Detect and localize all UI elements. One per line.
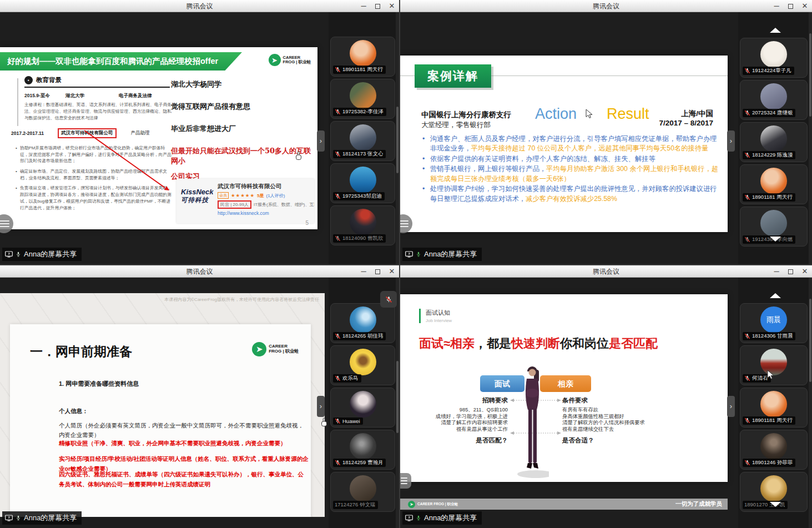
careerfrog-logo-icon: ➤ — [269, 54, 281, 66]
collapse-panel-chevron[interactable]: › — [727, 130, 735, 152]
participant-name: 18124306 甘雨晨 — [752, 333, 793, 340]
collapse-panel-chevron[interactable]: › — [317, 396, 325, 417]
company-url[interactable]: http://www.kissneck.com — [218, 210, 314, 216]
avatar — [760, 83, 787, 110]
red-emphasis-line: 四六级证书、雅思托福证书、成绩单等（四六级证书如果遗失可以补办），银行、事业单位… — [59, 470, 309, 490]
participant-list-button[interactable] — [400, 473, 411, 489]
titlebar[interactable]: 腾讯会议 ─ ✕ — [400, 265, 812, 278]
maximize-button[interactable] — [788, 4, 793, 9]
participant-name: 18124173 张文心 — [342, 150, 383, 158]
close-button[interactable]: ✕ — [801, 2, 809, 10]
scrollbar[interactable] — [396, 278, 399, 528]
avatar — [350, 349, 376, 375]
logo-text: FROG | 职业蛙 — [283, 60, 311, 64]
scrollbar-thumb[interactable] — [809, 33, 811, 117]
shared-slide: 好的规划——双非也能拿到百度和腾讯的产品经理校招offer ➤ CAREER F… — [0, 47, 317, 229]
participant-tile[interactable]: 18901181 周天行 — [740, 164, 808, 204]
participant-tile[interactable]: 18124259 曹瀚月 — [330, 430, 395, 470]
scrollbar[interactable] — [809, 278, 812, 528]
participant-tile[interactable]: 18124265 胡佳玮 — [330, 303, 395, 343]
scrollbar[interactable] — [809, 12, 812, 264]
meeting-body: 本课程内容为©CareerFrog版权所有，未经许可使用此内容者将被追究法律责任… — [0, 278, 399, 528]
share-banner-text: Anna的屏幕共享 — [24, 249, 77, 259]
participant-tile[interactable]: 18124090 曾凯欣 — [330, 205, 395, 245]
participant-tile[interactable]: 17124276 钟文瑞 — [330, 472, 395, 512]
edu-school: 湖北大学 — [65, 93, 119, 99]
avatar — [350, 391, 376, 418]
titlebar[interactable]: 腾讯会议 ─ ✕ — [0, 265, 399, 278]
mic-muted-icon — [744, 460, 750, 466]
arrow-cursor — [767, 370, 775, 380]
participant-tile[interactable]: 18901181 周天行 — [330, 37, 395, 77]
avatar — [760, 433, 787, 460]
scrollbar-thumb[interactable] — [396, 361, 399, 433]
case-bullet: 处理协调客户纠纷，学习如何快速妥善的处理客户提出的批评性意见，并对顾客的投诉建议… — [420, 184, 723, 204]
collapse-panel-chevron[interactable]: › — [727, 396, 735, 417]
shared-slide: 本课程内容为©CareerFrog版权所有，未经许可使用此内容者将被追究法律责任… — [0, 293, 325, 517]
job-period: 2017.2-2017.11 — [11, 130, 58, 136]
participant-name: 18901181 周天行 — [752, 417, 793, 424]
share-banner-text: Anna的屏幕共享 — [24, 513, 77, 523]
titlebar[interactable]: 腾讯会议 ─ ✕ — [0, 0, 399, 12]
minimize-button[interactable]: ─ — [360, 268, 367, 275]
participant-name: 18124090 曾凯欣 — [342, 235, 383, 242]
participant-tile[interactable]: 18124173 张文心 — [330, 121, 395, 161]
participant-tile[interactable]: 19725382-李佳泽 — [330, 79, 395, 119]
participant-tile[interactable]: Huawei — [330, 388, 395, 428]
participant-name: 18901246 孙菲菲 — [752, 459, 793, 466]
job-company-highlighted: 武汉市可待科技有限公司 — [58, 128, 117, 138]
meeting-window-bottom-right: 腾讯会议 ─ ✕ 面试认知 Job Interview 面试≈相亲，都是快速判断… — [400, 265, 812, 528]
participant-tile[interactable]: 18124229 陈逸漫 — [740, 122, 808, 162]
screen: 腾讯会议 ─ ✕ 好的规划——双非也能拿到百度和腾讯的产品经理校招offer ➤… — [0, 0, 812, 528]
mic-muted-icon — [744, 375, 750, 381]
participant-tile[interactable]: 雨晨 18124306 甘雨晨 — [740, 303, 808, 343]
minimize-button[interactable]: ─ — [360, 2, 367, 10]
scrollbar-thumb[interactable] — [396, 107, 399, 173]
minimize-button[interactable]: ─ — [773, 2, 780, 10]
scroll-down-arrow[interactable] — [770, 502, 781, 507]
participant-tile[interactable]: 18901246 孙菲菲 — [740, 430, 808, 470]
scrollbar[interactable] — [396, 12, 399, 264]
participant-tile[interactable]: 19124224章子凡 — [740, 38, 808, 78]
close-button[interactable]: ✕ — [388, 268, 396, 275]
titlebar[interactable]: 腾讯会议 ─ ✕ — [400, 0, 812, 12]
case-period: 7/2017 – 8/2017 — [659, 119, 713, 127]
body-line: 个人简历（外企必须要有英文简历，内资企业一般中文简历即可，外企不需要职业照避免歧… — [59, 421, 306, 440]
meeting-window-top-left: 腾讯会议 ─ ✕ 好的规划——双非也能拿到百度和腾讯的产品经理校招offer ➤… — [0, 0, 399, 264]
maximize-button[interactable] — [788, 269, 793, 274]
participant-name: 18124229 陈逸漫 — [752, 152, 793, 159]
scroll-down-arrow[interactable] — [770, 237, 781, 242]
slide-header: 面试认知 Job Interview — [419, 309, 452, 323]
scrollbar-thumb[interactable] — [809, 299, 811, 382]
participant-tile[interactable]: 19725343邹启迪 — [330, 163, 395, 203]
mic-muted-icon — [335, 235, 341, 242]
collapse-panel-chevron[interactable]: › — [317, 130, 325, 152]
share-banner-text: Anna的屏幕共享 — [424, 513, 477, 523]
mic-muted-icon — [744, 237, 750, 243]
participant-tile[interactable]: 20725324 唐继银 — [740, 80, 808, 120]
avatar — [350, 82, 376, 109]
case-bullet: 营销手机银行，网上银行等银行产品，平均每月协助客户激活 300 余个网上银行和手… — [420, 164, 723, 184]
avatar — [350, 306, 376, 333]
maximize-button[interactable] — [375, 269, 380, 274]
minimize-button[interactable]: ─ — [773, 268, 780, 275]
mic-muted-icon — [744, 418, 750, 424]
scroll-up-arrow[interactable] — [770, 28, 781, 33]
careerfrog-logo-icon: ➤ — [252, 342, 266, 356]
case-bullet: 沟通客户、柜面人员及客户经理，对客户进行分流，引导客户填写相应凭证单据，帮助客户… — [420, 134, 723, 154]
slide-footer-bar: ➤ CAREER FROG | 职业蛙 一切为了成就学员 — [400, 499, 728, 510]
scroll-up-arrow[interactable] — [770, 293, 781, 298]
action-label: Action — [535, 105, 577, 123]
participant-tile[interactable]: 18901181 周天行 — [740, 388, 808, 428]
mute-overlay-button[interactable] — [380, 291, 397, 308]
hand-cursor — [320, 418, 329, 428]
close-button[interactable]: ✕ — [388, 2, 396, 10]
avatar — [760, 210, 787, 237]
participant-tile[interactable]: 欢乐马 — [330, 345, 395, 385]
participant-name: Huawei — [342, 418, 360, 424]
mic-muted-icon — [335, 333, 341, 339]
mic-muted-icon — [335, 460, 341, 466]
close-button[interactable]: ✕ — [801, 268, 809, 275]
maximize-button[interactable] — [375, 4, 380, 9]
block-question: 是否匹配？ — [413, 436, 508, 445]
